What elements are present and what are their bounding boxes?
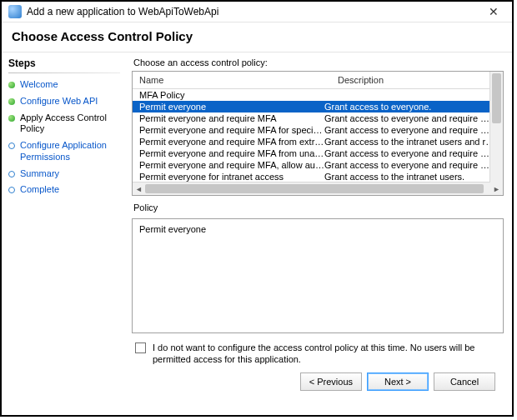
step-label: Configure Web API xyxy=(20,96,98,108)
vertical-scroll-thumb[interactable] xyxy=(492,73,501,123)
bullet-icon xyxy=(8,171,15,178)
bullet-icon xyxy=(8,115,15,122)
policy-list[interactable]: Name Description MFA PolicyPermit everyo… xyxy=(132,71,504,196)
step-label: Apply Access Control Policy xyxy=(20,112,120,136)
policy-description xyxy=(324,90,496,100)
policy-name: MFA Policy xyxy=(139,90,324,100)
policy-description: Grant access to everyone and require MFA… xyxy=(324,113,496,123)
policy-row[interactable]: Permit everyone and require MFAGrant acc… xyxy=(133,112,503,124)
policy-row[interactable]: Permit everyone and require MFA from una… xyxy=(133,148,503,159)
policy-row[interactable]: Permit everyone and require MFA from ext… xyxy=(133,136,503,148)
step-label: Configure Application Permissions xyxy=(20,140,120,163)
vertical-scrollbar[interactable] xyxy=(489,72,503,182)
policy-name: Permit everyone for intranet access xyxy=(139,172,324,182)
policy-row[interactable]: Permit everyone and require MFA for spec… xyxy=(133,124,503,136)
policy-name: Permit everyone xyxy=(139,102,324,112)
policy-description: Grant access to everyone. xyxy=(324,102,496,112)
previous-button[interactable]: < Previous xyxy=(300,372,362,391)
bullet-icon xyxy=(8,98,15,105)
scroll-right-icon[interactable]: ► xyxy=(490,185,503,193)
wizard-window: Add a new application to WebApiToWebApi … xyxy=(0,0,514,417)
policy-name: Permit everyone and require MFA, allow a… xyxy=(139,160,324,170)
titlebar[interactable]: Add a new application to WebApiToWebApi … xyxy=(2,2,512,22)
step-complete[interactable]: Complete xyxy=(8,182,120,198)
policy-description: Grant access to the intranet users. xyxy=(324,172,496,182)
policy-description: Grant access to everyone and require MFA… xyxy=(324,160,496,170)
close-icon[interactable]: ✕ xyxy=(482,5,505,18)
divider xyxy=(8,72,120,73)
policy-row[interactable]: Permit everyone and require MFA, allow a… xyxy=(133,159,503,171)
policy-description: Grant access to the intranet users and r… xyxy=(324,137,496,147)
bullet-icon xyxy=(8,82,15,88)
steps-heading: Steps xyxy=(8,58,120,69)
steps-sidebar: Steps WelcomeConfigure Web APIApply Acce… xyxy=(2,52,127,415)
policy-name: Permit everyone and require MFA from una… xyxy=(139,148,324,158)
step-configure-web-api[interactable]: Configure Web API xyxy=(8,93,120,110)
policy-name: Permit everyone and require MFA for spec… xyxy=(139,125,324,135)
policy-description: Grant access to everyone and require MFA… xyxy=(324,125,496,135)
step-label: Complete xyxy=(20,184,59,196)
policy-detail-label: Policy xyxy=(133,202,504,212)
col-name[interactable]: Name xyxy=(133,72,331,88)
cancel-button[interactable]: Cancel xyxy=(434,372,495,391)
policy-name: Permit everyone and require MFA from ext… xyxy=(139,137,324,147)
column-headers[interactable]: Name Description xyxy=(133,72,503,89)
policy-row[interactable]: Permit everyone for intranet accessGrant… xyxy=(133,171,503,182)
opt-out-checkbox[interactable] xyxy=(135,342,146,353)
policy-list-label: Choose an access control policy: xyxy=(133,58,504,68)
policy-row[interactable]: MFA Policy xyxy=(133,89,503,101)
app-icon xyxy=(8,5,22,18)
col-description[interactable]: Description xyxy=(331,72,503,88)
step-summary[interactable]: Summary xyxy=(8,166,120,182)
window-title: Add a new application to WebApiToWebApi xyxy=(27,6,482,18)
page-title: Choose Access Control Policy xyxy=(2,22,512,52)
policy-row[interactable]: Permit everyoneGrant access to everyone. xyxy=(133,101,503,112)
step-label: Summary xyxy=(20,168,59,180)
opt-out-label: I do not want to configure the access co… xyxy=(153,342,502,366)
step-configure-application-permissions[interactable]: Configure Application Permissions xyxy=(8,138,120,166)
next-button[interactable]: Next > xyxy=(367,372,429,391)
step-welcome[interactable]: Welcome xyxy=(8,77,120,93)
step-label: Welcome xyxy=(20,79,58,91)
horizontal-scroll-thumb[interactable] xyxy=(145,184,484,193)
policy-detail-text: Permit everyone xyxy=(139,224,206,234)
bullet-icon xyxy=(8,187,15,193)
policy-detail: Permit everyone xyxy=(132,218,504,333)
scroll-left-icon[interactable]: ◄ xyxy=(133,185,145,193)
policy-name: Permit everyone and require MFA xyxy=(139,113,324,123)
step-apply-access-control-policy[interactable]: Apply Access Control Policy xyxy=(8,110,120,138)
button-bar: < Previous Next > Cancel xyxy=(132,366,504,399)
policy-description: Grant access to everyone and require MFA… xyxy=(324,148,496,158)
bullet-icon xyxy=(8,142,15,149)
horizontal-scrollbar[interactable]: ◄ ► xyxy=(133,182,503,195)
